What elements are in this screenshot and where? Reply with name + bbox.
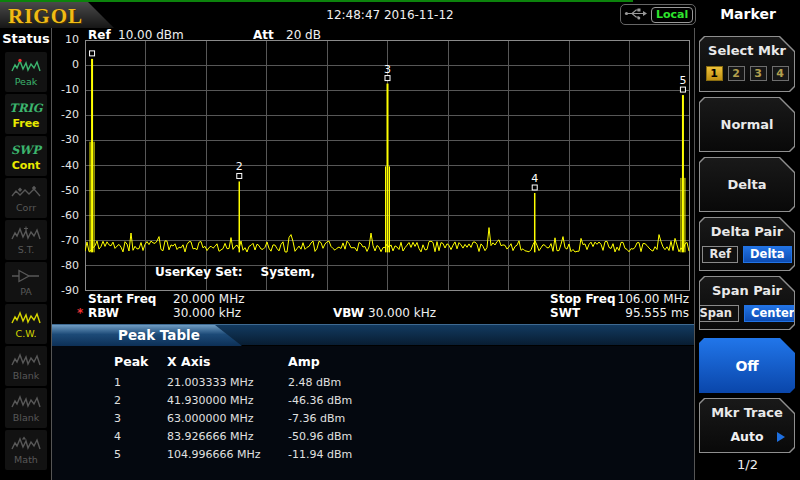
delta-pair-delta-option[interactable]: Delta: [743, 246, 792, 263]
normal-label: Normal: [721, 117, 774, 132]
peak-table-cell: -11.94 dBm: [288, 448, 428, 461]
status-item-label: Peak: [15, 76, 38, 87]
start-freq-label: Start Freq: [88, 292, 156, 306]
mkr-trace-label: Mkr Trace: [700, 405, 794, 420]
status-item-peak: Peak: [5, 52, 47, 92]
peak-table-header-bar: Peak Table: [52, 324, 694, 345]
softkey-off[interactable]: Off: [699, 338, 795, 393]
status-item-label: Blank: [13, 370, 40, 381]
marker-3-box[interactable]: 3: [750, 66, 767, 81]
status-item-label: PA: [20, 286, 32, 297]
status-item-label: Blank: [13, 412, 40, 423]
marker-3-symbol: [385, 76, 390, 81]
marker-5-symbol: [680, 87, 685, 92]
span-pair-center-option[interactable]: Center: [744, 305, 800, 322]
peak-table-cell: 2: [114, 394, 164, 407]
wave-icon: [11, 352, 41, 369]
rigol-logo-plate: RIGOL: [0, 2, 114, 28]
softkey-delta-pair[interactable]: Delta Pair Ref Delta: [699, 217, 795, 271]
y-axis-tick: 0: [50, 59, 79, 71]
marker-2-box[interactable]: 2: [728, 66, 745, 81]
rbw-value: 30.000 kHz: [173, 306, 241, 320]
marker-3-label: 3: [384, 63, 391, 76]
marker-4-label: 4: [531, 172, 538, 185]
softkey-select-mkr[interactable]: Select Mkr 1 2 3 4: [699, 36, 795, 92]
pa-icon: [11, 268, 41, 285]
status-item-label: Corr: [16, 202, 36, 213]
spectrum-plot: 2345: [85, 40, 690, 291]
y-axis-tick: -10: [50, 84, 79, 96]
stop-freq-value: 106.00 MHz: [618, 292, 689, 306]
select-mkr-label: Select Mkr: [700, 43, 794, 58]
softkey-normal[interactable]: Normal: [699, 97, 795, 152]
trig-mode-text: TRIG: [9, 100, 42, 117]
peak-table-cell: -7.36 dBm: [288, 412, 428, 425]
marker-select-group: 1 2 3 4: [700, 66, 794, 81]
top-status-bar: RIGOL 12:48:47 2016-11-12 Local Marker: [0, 0, 800, 28]
marker-5-label: 5: [679, 74, 686, 87]
top-green-line: [0, 0, 633, 2]
peak-table-cell: 3: [114, 412, 164, 425]
usb-icon: [624, 5, 648, 24]
delta-pair-group: Ref Delta: [700, 246, 794, 263]
status-item-st: S.T.: [5, 220, 47, 260]
status-item-label: Free: [12, 118, 39, 129]
rbw-uncoupled-indicator: *: [77, 306, 83, 320]
rbw-label: RBW: [88, 306, 119, 320]
status-item-pa: PA: [5, 262, 47, 302]
marker-2-label: 2: [236, 160, 243, 173]
y-axis-tick: -40: [50, 160, 79, 172]
connection-status-box: Local: [620, 4, 696, 25]
peak-table-cell: 5: [114, 448, 164, 461]
peak-table-cell: 4: [114, 430, 164, 443]
status-item-label: Cont: [12, 160, 41, 171]
peak-table-cell: 2.48 dBm: [288, 376, 428, 389]
status-item-cw: C.W.: [5, 304, 47, 344]
y-axis-tick: -20: [50, 109, 79, 121]
start-freq-value: 20.000 MHz: [173, 292, 244, 306]
status-item-blank2: Blank: [5, 388, 47, 428]
wave-corr-icon: [11, 184, 41, 201]
userkey-label: UserKey Set:: [155, 265, 243, 279]
wave-peak-icon: [11, 58, 41, 75]
softkey-span-pair[interactable]: Span Pair Span Center: [699, 276, 795, 330]
menu-page-indicator: 1/2: [695, 457, 800, 472]
peak-table-title: Peak Table: [118, 327, 200, 343]
userkey-message: UserKey Set:System,: [155, 265, 315, 279]
status-item-label: Math: [14, 454, 38, 465]
wave-icon: [11, 394, 41, 411]
frequency-row: Start Freq 20.000 MHz Stop Freq 106.00 M…: [85, 292, 691, 305]
peak-table-cell: -46.36 dBm: [288, 394, 428, 407]
peak-table-cell: -50.96 dBm: [288, 430, 428, 443]
trace-canvas: 2345: [85, 40, 690, 291]
status-item-trig: TRIGFree: [5, 94, 47, 134]
marker-4-symbol: [532, 185, 537, 190]
softkey-mkr-trace[interactable]: Mkr Trace Auto: [699, 398, 795, 453]
softkey-delta[interactable]: Delta: [699, 157, 795, 212]
y-axis-tick: -90: [50, 285, 79, 297]
local-mode-badge: Local: [651, 7, 693, 23]
span-pair-span-option[interactable]: Span: [693, 305, 739, 322]
right-divider: [694, 28, 695, 480]
vbw-label: VBW: [333, 306, 364, 320]
status-item-math: Math: [5, 430, 47, 470]
y-axis-tick: -50: [50, 185, 79, 197]
swt-value: 95.555 ms: [625, 306, 689, 320]
marker-1-box[interactable]: 1: [706, 66, 723, 81]
wave-st-icon: [11, 226, 41, 243]
rigol-logo: RIGOL: [8, 4, 83, 29]
y-axis-tick: -70: [50, 235, 79, 247]
marker-4-box[interactable]: 4: [772, 66, 789, 81]
y-axis-tick: -80: [50, 260, 79, 272]
delta-label: Delta: [727, 177, 766, 192]
delta-pair-ref-option[interactable]: Ref: [702, 246, 738, 263]
span-pair-label: Span Pair: [700, 283, 794, 298]
col-header-amp: Amp: [288, 354, 428, 369]
userkey-value: System,: [261, 265, 316, 279]
swp-mode-text: SWP: [11, 142, 41, 159]
col-header-peak: Peak: [114, 354, 164, 369]
marker-1-symbol: [90, 51, 95, 56]
menu-title: Marker: [696, 6, 800, 22]
y-axis-tick: 10: [50, 34, 79, 46]
status-item-blank1: Blank: [5, 346, 47, 386]
